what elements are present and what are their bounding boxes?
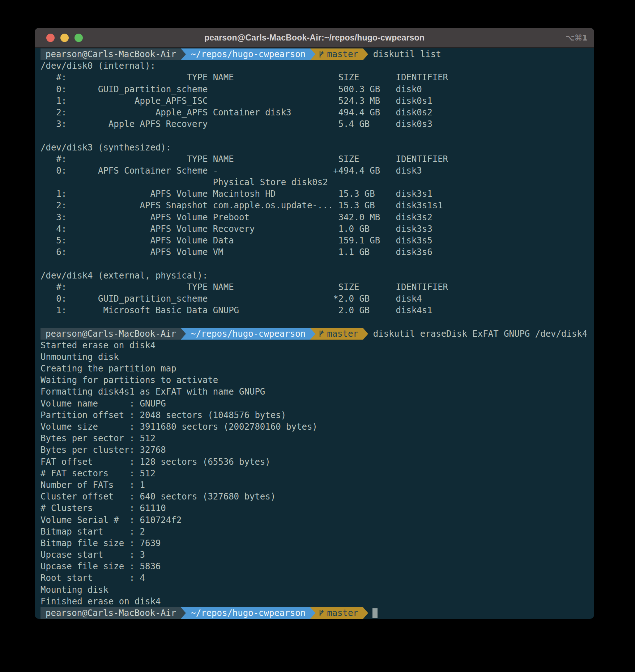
git-branch-icon [318, 50, 324, 59]
git-branch-icon [318, 609, 324, 617]
terminal-window: pearson@Carls-MacBook-Air:~/repos/hugo-c… [35, 28, 594, 619]
minimize-button[interactable] [60, 34, 69, 42]
terminal-output-line: # FAT sectors : 512 [41, 468, 588, 479]
terminal-output-line: Physical Store disk0s2 [41, 176, 588, 188]
terminal-output-line: Cluster offset : 640 sectors (327680 byt… [41, 491, 588, 502]
close-button[interactable] [46, 34, 55, 42]
window-controls [46, 28, 83, 47]
terminal-output-line: Number of FATs : 1 [41, 479, 588, 491]
prompt-directory: ~/repos/hugo-cwpearson [186, 607, 310, 619]
terminal-output-line: Mounting disk [41, 584, 588, 596]
terminal-output-line: 0: GUID_partition_scheme 500.3 GB disk0 [41, 84, 588, 95]
terminal-output-line: Bytes per cluster: 32768 [41, 444, 588, 456]
terminal-output-line: 4: APFS Volume Recovery 1.0 GB disk3s3 [41, 223, 588, 235]
terminal-content[interactable]: pearson@Carls-MacBook-Air ~/repos/hugo-c… [35, 48, 594, 619]
terminal-output-line: 0: GUID_partition_scheme *2.0 GB disk4 [41, 293, 588, 305]
terminal-output-line: Volume name : GNUPG [41, 398, 588, 409]
prompt-user-host: pearson@Carls-MacBook-Air [41, 607, 181, 619]
terminal-output-line: #: TYPE NAME SIZE IDENTIFIER [41, 281, 588, 293]
window-title: pearson@Carls-MacBook-Air:~/repos/hugo-c… [35, 33, 594, 43]
terminal-output-line: Bitmap file size : 7639 [41, 537, 588, 549]
terminal-output-line: 0: APFS Container Scheme - +494.4 GB dis… [41, 165, 588, 176]
powerline-arrow-icon [181, 328, 186, 340]
terminal-output-line: Upcase start : 3 [41, 549, 588, 561]
prompt-git-branch: master [327, 608, 358, 618]
powerline-arrow-icon [363, 48, 368, 60]
command-diskutil-erasedisk: diskutil eraseDisk ExFAT GNUPG /dev/disk… [373, 328, 587, 340]
terminal-output-line: 1: APFS Volume Macintosh HD 15.3 GB disk… [41, 188, 588, 200]
terminal-cursor [372, 608, 378, 618]
terminal-output-line: /dev/disk3 (synthesized): [41, 142, 588, 153]
terminal-output-line: 2: Apple_APFS Container disk3 494.4 GB d… [41, 107, 588, 118]
terminal-output-line: Root start : 4 [41, 572, 588, 584]
terminal-output-line: FAT offset : 128 sectors (65536 bytes) [41, 456, 588, 468]
command-diskutil-list: diskutil list [373, 48, 441, 60]
prompt-git-segment: master [315, 328, 363, 340]
powerline-arrow-icon [363, 328, 368, 340]
terminal-output-line: Creating the partition map [41, 363, 588, 374]
prompt-git-segment: master [315, 48, 363, 60]
powerline-arrow-icon [310, 328, 315, 340]
terminal-output-line: Upcase file size : 5836 [41, 561, 588, 572]
terminal-output-line: Bitmap start : 2 [41, 526, 588, 537]
prompt-directory: ~/repos/hugo-cwpearson [186, 328, 310, 340]
terminal-output-line [41, 316, 588, 328]
terminal-output-line [41, 130, 588, 141]
terminal-output-line: Waiting for partitions to activate [41, 374, 588, 386]
diskutil-list-output: /dev/disk0 (internal): #: TYPE NAME SIZE… [41, 60, 588, 328]
powerline-arrow-icon [310, 48, 315, 60]
terminal-output-line: Finished erase on disk4 [41, 596, 588, 607]
terminal-output-line: Bytes per sector : 512 [41, 433, 588, 444]
prompt-line-2: pearson@Carls-MacBook-Air ~/repos/hugo-c… [41, 328, 588, 340]
terminal-output-line: 2: APFS Snapshot com.apple.os.update-...… [41, 200, 588, 211]
prompt-user-host: pearson@Carls-MacBook-Air [41, 328, 181, 340]
terminal-output-line: # Clusters : 61110 [41, 502, 588, 514]
terminal-output-line: 3: APFS Volume Preboot 342.0 MB disk3s2 [41, 212, 588, 223]
prompt-git-branch: master [327, 49, 358, 59]
window-shortcut-badge: ⌥⌘1 [566, 28, 588, 47]
terminal-output-line: Volume size : 3911680 sectors (200278016… [41, 421, 588, 433]
prompt-user-host: pearson@Carls-MacBook-Air [41, 48, 181, 60]
prompt-line-1: pearson@Carls-MacBook-Air ~/repos/hugo-c… [41, 48, 588, 60]
terminal-output-line: Formatting disk4s1 as ExFAT with name GN… [41, 386, 588, 397]
terminal-output-line: /dev/disk0 (internal): [41, 60, 588, 72]
prompt-git-segment: master [315, 607, 363, 619]
prompt-line-3: pearson@Carls-MacBook-Air ~/repos/hugo-c… [41, 607, 588, 619]
terminal-output-line: 5: APFS Volume Data 159.1 GB disk3s5 [41, 235, 588, 246]
powerline-arrow-icon [181, 48, 186, 60]
prompt-directory: ~/repos/hugo-cwpearson [186, 48, 310, 60]
terminal-output-line: 3: Apple_APFS_Recovery 5.4 GB disk0s3 [41, 118, 588, 130]
terminal-output-line: 1: Microsoft Basic Data GNUPG 2.0 GB dis… [41, 305, 588, 316]
terminal-output-line: Partition offset : 2048 sectors (1048576… [41, 409, 588, 421]
terminal-output-line: Started erase on disk4 [41, 340, 588, 351]
zoom-button[interactable] [74, 34, 83, 42]
terminal-output-line: 1: Apple_APFS_ISC 524.3 MB disk0s1 [41, 95, 588, 107]
terminal-output-line [41, 258, 588, 269]
terminal-output-line: 6: APFS Volume VM 1.1 GB disk3s6 [41, 246, 588, 258]
terminal-output-line: #: TYPE NAME SIZE IDENTIFIER [41, 72, 588, 83]
erase-output: Started erase on disk4Unmounting diskCre… [41, 340, 588, 607]
powerline-arrow-icon [310, 607, 315, 619]
prompt-git-branch: master [327, 329, 358, 339]
powerline-arrow-icon [181, 607, 186, 619]
title-bar: pearson@Carls-MacBook-Air:~/repos/hugo-c… [35, 28, 594, 48]
terminal-output-line: #: TYPE NAME SIZE IDENTIFIER [41, 153, 588, 165]
terminal-output-line: /dev/disk4 (external, physical): [41, 270, 588, 281]
git-branch-icon [318, 329, 324, 338]
powerline-arrow-icon [363, 607, 368, 619]
terminal-output-line: Unmounting disk [41, 351, 588, 363]
terminal-output-line: Volume Serial # : 610724f2 [41, 514, 588, 526]
